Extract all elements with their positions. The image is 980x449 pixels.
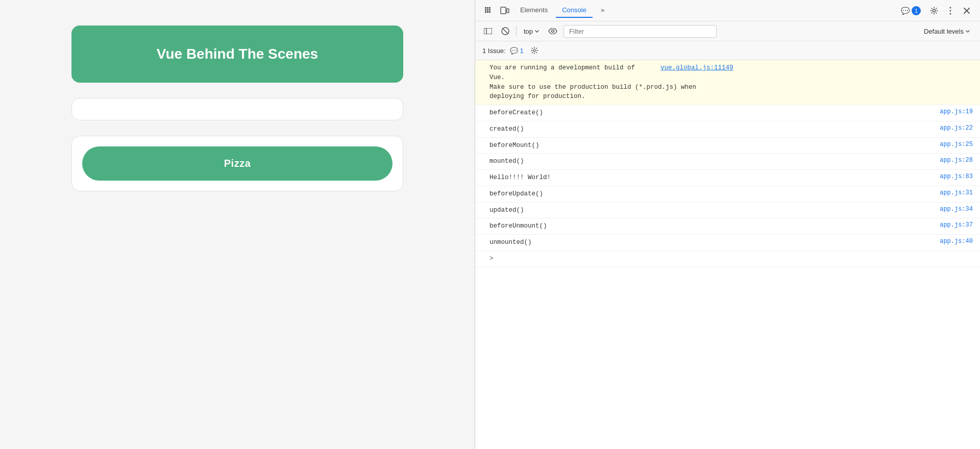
console-entry: beforeMount()app.js:25 [475, 138, 980, 154]
console-log-text: beforeUnmount() [489, 221, 929, 231]
console-log-text: created() [489, 124, 929, 134]
svg-rect-1 [487, 7, 488, 9]
console-entry: Hello!!!! World!app.js:83 [475, 170, 980, 186]
svg-rect-7 [487, 11, 488, 13]
console-source-link[interactable]: app.js:25 [940, 141, 973, 148]
svg-point-12 [950, 7, 951, 8]
console-warning-text: You are running a development build of v… [489, 63, 973, 102]
svg-point-14 [950, 13, 951, 14]
devtools-header: Elements Console » 💬 1 [475, 0, 980, 21]
clear-console-icon[interactable] [499, 24, 512, 38]
inspect-icon[interactable] [481, 4, 496, 18]
filter-input[interactable] [564, 25, 717, 38]
svg-rect-17 [484, 28, 492, 34]
console-entries-container: beforeCreate()app.js:19created()app.js:2… [475, 105, 980, 251]
vue-app-panel: Vue Behind The Scenes Pizza [0, 0, 475, 449]
svg-rect-5 [489, 9, 491, 11]
console-log-text: beforeMount() [489, 141, 929, 151]
svg-rect-8 [489, 11, 491, 13]
vue-global-link[interactable]: vue.global.js:11149 [660, 64, 733, 71]
tab-elements[interactable]: Elements [514, 3, 554, 18]
console-log-text: Hello!!!! World! [489, 173, 929, 183]
vue-title-card: Vue Behind The Scenes [71, 26, 403, 83]
svg-rect-0 [485, 7, 486, 9]
console-prompt-entry[interactable]: > [475, 251, 980, 267]
console-entry: unmounted()app.js:40 [475, 235, 980, 251]
svg-rect-4 [487, 9, 488, 11]
svg-point-13 [950, 10, 951, 11]
issues-settings-icon[interactable] [528, 44, 541, 57]
console-prompt-symbol: > [489, 254, 973, 264]
issues-badge[interactable]: 💬 1 [510, 47, 524, 55]
svg-rect-6 [485, 11, 486, 13]
svg-point-11 [933, 9, 936, 12]
console-entry: beforeUpdate()app.js:31 [475, 186, 980, 203]
console-source-link[interactable]: app.js:83 [940, 173, 973, 180]
settings-icon[interactable] [927, 4, 941, 18]
devtools-panel: Elements Console » 💬 1 [475, 0, 980, 449]
console-source-link[interactable]: app.js:19 [940, 108, 973, 115]
context-dropdown[interactable]: top [521, 26, 542, 37]
svg-rect-2 [489, 7, 491, 9]
console-log-text: unmounted() [489, 238, 929, 247]
console-badge[interactable]: 💬 1 [897, 4, 925, 17]
vue-input[interactable] [82, 105, 393, 114]
issues-bar: 1 Issue: 💬 1 [475, 41, 980, 60]
console-log-text: updated() [489, 206, 929, 215]
console-output: You are running a development build of v… [475, 60, 980, 449]
pizza-button[interactable]: Pizza [82, 146, 393, 181]
more-options-icon[interactable] [943, 4, 958, 18]
badge-count: 1 [912, 6, 921, 15]
svg-point-21 [552, 30, 554, 33]
svg-line-20 [503, 29, 508, 34]
issues-count: 1 [520, 47, 524, 55]
svg-point-22 [533, 49, 535, 52]
vue-button-card: Pizza [71, 136, 403, 191]
issues-label: 1 Issue: [482, 47, 506, 55]
console-entry: beforeUnmount()app.js:37 [475, 218, 980, 235]
chevron-down-icon-2 [966, 30, 970, 33]
devtools-toolbar: top Default levels [475, 21, 980, 41]
chevron-down-icon [535, 30, 539, 33]
console-entry: created()app.js:22 [475, 121, 980, 138]
svg-rect-3 [485, 9, 486, 11]
top-label: top [524, 28, 533, 35]
device-icon[interactable] [498, 4, 512, 18]
console-log-text: beforeUpdate() [489, 189, 929, 199]
svg-rect-9 [501, 7, 506, 14]
console-source-link[interactable]: app.js:28 [940, 157, 973, 164]
vue-title: Vue Behind The Scenes [82, 46, 393, 62]
console-log-text: beforeCreate() [489, 108, 929, 118]
console-source-link[interactable]: app.js:31 [940, 189, 973, 196]
sidebar-toggle-icon[interactable] [481, 24, 495, 38]
tab-more[interactable]: » [595, 3, 610, 18]
svg-rect-10 [507, 9, 509, 13]
console-entry: updated()app.js:34 [475, 203, 980, 219]
console-source-link[interactable]: app.js:34 [940, 206, 973, 213]
console-entry: mounted()app.js:28 [475, 154, 980, 170]
console-entry-warning: You are running a development build of v… [475, 60, 980, 105]
vue-input-card [71, 98, 403, 120]
tab-console[interactable]: Console [556, 3, 593, 18]
console-log-text: mounted() [489, 157, 929, 166]
toolbar-divider [516, 26, 517, 36]
default-levels-button[interactable]: Default levels [920, 26, 974, 37]
close-icon[interactable] [960, 4, 974, 18]
console-source-link[interactable]: app.js:40 [940, 238, 973, 245]
console-entry: beforeCreate()app.js:19 [475, 105, 980, 121]
eye-icon[interactable] [546, 24, 559, 38]
console-source-link[interactable]: app.js:37 [940, 221, 973, 229]
default-levels-label: Default levels [924, 28, 964, 35]
console-source-link[interactable]: app.js:22 [940, 124, 973, 132]
